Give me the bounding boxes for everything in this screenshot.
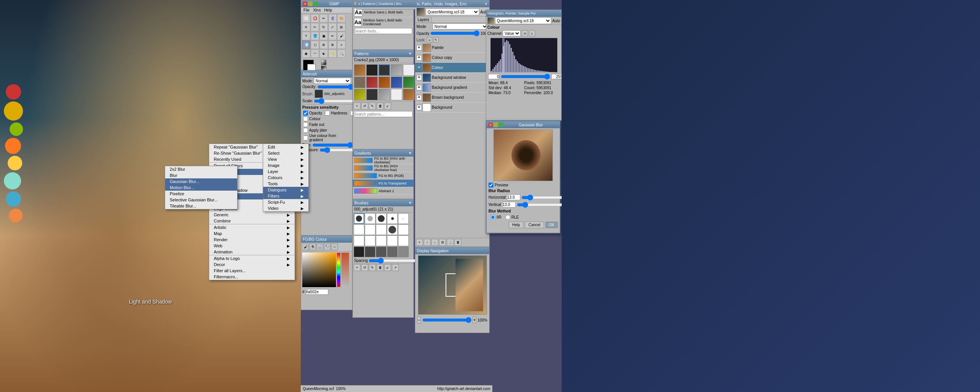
font-item-2[interactable]: Aa Nimbus Sans L Bold Italic Condensed xyxy=(353,17,413,27)
brush-17[interactable] xyxy=(365,247,375,257)
tool-measure[interactable]: 📏 xyxy=(328,49,337,58)
brushes-btn-2[interactable]: ↺ xyxy=(361,264,368,271)
pattern-1[interactable] xyxy=(354,64,365,76)
tool-rect-select[interactable]: ⬜ xyxy=(302,14,310,23)
brush-4[interactable]: ✱ xyxy=(387,213,398,224)
edit-sub-scriptfu[interactable]: Script-Fu▶ xyxy=(263,199,308,205)
gradient-4-selected[interactable]: FG to Transparent xyxy=(353,180,413,187)
pattern-15[interactable] xyxy=(403,89,415,100)
histogram-range-slider[interactable] xyxy=(501,74,550,79)
fgbg-tool-btn-4[interactable]: 🔭 xyxy=(324,243,331,250)
histogram-range-min[interactable] xyxy=(488,74,500,79)
layers-close[interactable]: ✕ xyxy=(485,2,488,6)
image-select[interactable]: QueenMorning.xcf-18 xyxy=(426,8,479,15)
tool-crop[interactable]: ✂ xyxy=(311,23,319,31)
ctx-generic[interactable]: Generic ▶ xyxy=(209,212,295,218)
brush-2[interactable] xyxy=(365,213,375,224)
histogram-icon-2[interactable]: L xyxy=(529,30,535,36)
edit-sub-dialogues[interactable]: Dialogues▶ xyxy=(263,187,308,193)
layer-btn-lower[interactable]: ↓ xyxy=(431,239,438,246)
pattern-5[interactable] xyxy=(403,64,415,76)
ctx-alpha-logo[interactable]: Alpha to Logo ▶ xyxy=(209,255,295,261)
fade-check[interactable] xyxy=(303,122,308,127)
pattern-8[interactable] xyxy=(379,77,390,88)
patterns-close[interactable]: ▼ xyxy=(408,52,412,56)
nav-image[interactable] xyxy=(418,255,487,315)
layer-background[interactable]: 👁 Background xyxy=(415,103,489,113)
layer-eye-4[interactable]: 👁 xyxy=(416,75,422,80)
tool-text[interactable]: T xyxy=(302,32,310,40)
pattern-4[interactable] xyxy=(391,64,402,76)
colour-check[interactable] xyxy=(303,116,308,121)
pattern-14[interactable] xyxy=(391,89,402,100)
brush-3[interactable] xyxy=(376,213,387,224)
layer-colour[interactable]: 👁 Colour xyxy=(415,63,489,73)
patterns-btn-3[interactable]: ✎ xyxy=(369,103,376,109)
pattern-11[interactable] xyxy=(354,89,365,100)
layer-btn-anchor[interactable]: ⚓ xyxy=(447,239,454,246)
win-btns[interactable]: ✕ xyxy=(303,2,318,6)
blur-sub-motion[interactable]: Motion Blur... xyxy=(165,185,237,191)
fonts-search-input[interactable] xyxy=(354,28,412,34)
patterns-btn-4[interactable]: 🗑 xyxy=(377,103,383,109)
color-sat-val-picker[interactable] xyxy=(302,253,336,287)
gradient-2[interactable]: FG to BG (HSV clockwise hue) xyxy=(353,164,413,172)
ctx-render[interactable]: Render ▶ xyxy=(209,237,295,243)
fgbg-tool-btn-2[interactable]: ⚗ xyxy=(309,243,316,250)
layers-mode-select[interactable]: Normal xyxy=(433,23,488,29)
histogram-file-select[interactable]: QueenMorning.xcf-18 xyxy=(495,17,551,24)
brushes-btn-4[interactable]: 🗑 xyxy=(377,264,383,271)
histogram-channel-select[interactable]: Value xyxy=(503,30,521,36)
zoom-out-btn[interactable]: − xyxy=(417,317,421,323)
tool-paint[interactable]: 🖌 xyxy=(337,32,346,40)
layer-eye-5[interactable]: 👁 xyxy=(416,85,422,90)
brush-11[interactable] xyxy=(354,235,364,246)
blur-preview-check[interactable] xyxy=(488,183,493,188)
ctx-filtermacro[interactable]: Filtermacro... xyxy=(209,274,295,280)
layer-brown-bg[interactable]: 👁 Brown background xyxy=(415,93,489,103)
tool-move[interactable]: ✛ xyxy=(302,23,310,31)
tool-select-color[interactable]: 🎨 xyxy=(337,14,346,23)
brush-18[interactable] xyxy=(376,247,387,257)
gradient-1[interactable]: FG to BG (HSV anti-clockwise) xyxy=(353,157,413,164)
edit-sub-layer[interactable]: Layer▶ xyxy=(263,168,308,175)
zoom-in-btn[interactable]: + xyxy=(473,317,477,323)
brushes-close[interactable]: ▼ xyxy=(408,201,412,205)
edit-sub-tools[interactable]: Tools▶ xyxy=(263,181,308,187)
spacing-slider[interactable] xyxy=(369,259,419,263)
blur-sub-tileable[interactable]: Tileable Blur... xyxy=(165,203,237,209)
edit-sub-image[interactable]: Image▶ xyxy=(263,162,308,168)
tool-blend[interactable]: ▣ xyxy=(320,32,328,40)
blur-sub-2x2[interactable]: 2x2 Blur xyxy=(165,166,237,172)
layer-palette[interactable]: 👁 Palette xyxy=(415,43,489,53)
brush-8[interactable] xyxy=(376,224,387,235)
layer-eye-2[interactable]: 👁 xyxy=(416,55,422,60)
blur-min-btn[interactable] xyxy=(493,122,498,127)
pattern-7[interactable] xyxy=(366,77,378,88)
brushes-btn-1[interactable]: + xyxy=(354,264,361,271)
tool-pencil[interactable]: ✏ xyxy=(328,32,337,40)
layer-btn-raise[interactable]: ↑ xyxy=(424,239,431,246)
blur-max-btn[interactable] xyxy=(499,122,503,127)
apply-jitter-check[interactable] xyxy=(303,128,308,133)
ctx-artistic[interactable]: Artistic ▶ xyxy=(209,224,295,230)
layer-btn-delete[interactable]: 🗑 xyxy=(454,239,461,246)
layer-btn-new[interactable]: + xyxy=(416,239,423,246)
pattern-10[interactable] xyxy=(403,77,415,88)
tool-rotate[interactable]: ↻ xyxy=(320,23,328,31)
brush-6[interactable] xyxy=(354,224,364,235)
tool-bucket-fill[interactable]: 🪣 xyxy=(311,32,319,40)
brush-1-selected[interactable] xyxy=(354,213,364,224)
blur-win-btns[interactable]: ✕ xyxy=(488,122,503,127)
win-min-btn[interactable] xyxy=(308,2,313,6)
patterns-search-input[interactable] xyxy=(354,111,413,117)
brush-9[interactable] xyxy=(387,224,398,235)
layer-eye-3[interactable]: 👁 xyxy=(416,65,422,70)
layer-colour-copy[interactable]: 👁 Colour copy xyxy=(415,53,489,63)
edit-sub-video[interactable]: Video▶ xyxy=(263,205,308,211)
hue-strip[interactable] xyxy=(337,253,341,287)
ctx-combine[interactable]: Combine ▶ xyxy=(209,218,295,224)
brushes-btn-3[interactable]: ✎ xyxy=(369,264,376,271)
brushes-btn-5[interactable]: ↙ xyxy=(384,264,391,271)
blur-iir-radio[interactable] xyxy=(490,215,495,220)
